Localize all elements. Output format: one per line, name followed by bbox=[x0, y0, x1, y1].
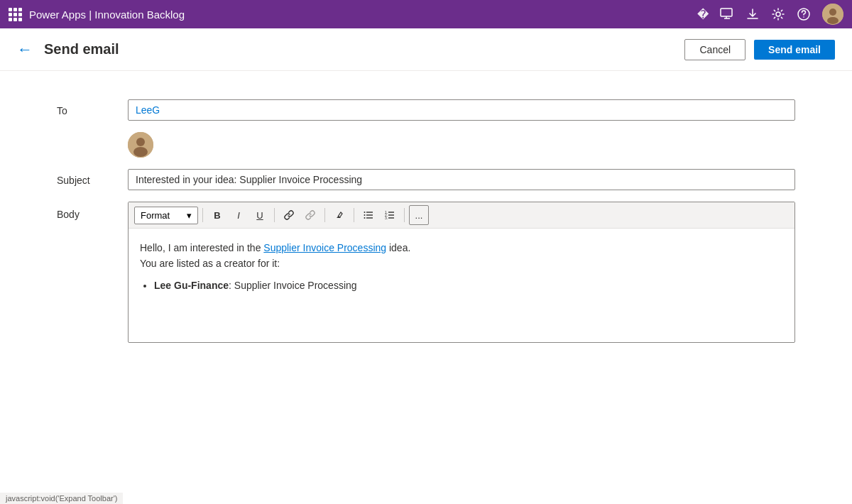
body-paragraph-2: You are listed as a creator for it: bbox=[140, 256, 783, 271]
editor-body-content[interactable]: Hello, I am interested in the Supplier I… bbox=[129, 229, 794, 342]
statusbar: javascript:void('Expand Toolbar') bbox=[0, 493, 123, 504]
recipient-avatar-row bbox=[128, 132, 795, 158]
monitor-icon[interactable] bbox=[720, 7, 734, 21]
toolbar-separator-4 bbox=[354, 208, 354, 222]
topnav-left: Power Apps | Innovation Backlog bbox=[9, 8, 185, 21]
cancel-button[interactable]: Cancel bbox=[684, 39, 746, 60]
svg-point-6 bbox=[827, 17, 839, 24]
bold-button[interactable]: B bbox=[207, 205, 227, 225]
email-body-editor: Format ▾ B I U bbox=[128, 202, 795, 343]
main-content: To Subject Body Format ▾ B I bbox=[0, 71, 852, 504]
page-header-left: ← Send email bbox=[17, 40, 119, 59]
svg-point-8 bbox=[136, 138, 145, 146]
body-text-2: idea. bbox=[386, 242, 410, 253]
body-paragraph-1: Hello, I am interested in the Supplier I… bbox=[140, 240, 783, 256]
svg-point-5 bbox=[829, 9, 836, 16]
send-email-button[interactable]: Send email bbox=[754, 40, 835, 60]
toolbar-separator-5 bbox=[404, 208, 405, 222]
body-list-rest: : Supplier Invoice Processing bbox=[229, 280, 357, 291]
help-icon[interactable] bbox=[797, 7, 811, 21]
link-button[interactable] bbox=[279, 205, 299, 225]
subject-label: Subject bbox=[57, 169, 128, 186]
top-navigation: Power Apps | Innovation Backlog � bbox=[0, 0, 852, 28]
page-header-actions: Cancel Send email bbox=[684, 39, 835, 60]
editor-toolbar: Format ▾ B I U bbox=[129, 202, 794, 229]
subject-row: Subject bbox=[57, 169, 795, 190]
topnav-right: � bbox=[697, 4, 843, 25]
svg-point-11 bbox=[364, 214, 366, 216]
toolbar-separator-1 bbox=[202, 208, 203, 222]
app-grid-icon[interactable] bbox=[9, 8, 22, 21]
to-label: To bbox=[57, 99, 128, 116]
toolbar-separator-2 bbox=[274, 208, 275, 222]
to-row: To bbox=[57, 99, 795, 121]
chevron-down-icon: ▾ bbox=[187, 210, 192, 221]
svg-point-9 bbox=[133, 147, 148, 157]
highlight-button[interactable] bbox=[329, 205, 349, 225]
body-list: Lee Gu-Finance: Supplier Invoice Process… bbox=[154, 278, 783, 293]
body-list-bold: Lee Gu-Finance bbox=[154, 280, 229, 291]
toolbar-separator-3 bbox=[324, 208, 325, 222]
italic-button[interactable]: I bbox=[229, 205, 248, 225]
topnav-title: Power Apps | Innovation Backlog bbox=[29, 9, 185, 21]
page-header: ← Send email Cancel Send email bbox=[0, 28, 852, 71]
unlink-button[interactable] bbox=[300, 205, 320, 225]
svg-text:3.: 3. bbox=[385, 216, 388, 220]
page-title: Send email bbox=[44, 41, 119, 57]
more-options-button[interactable]: ... bbox=[409, 205, 429, 225]
download-icon[interactable] bbox=[746, 7, 760, 21]
body-list-item: Lee Gu-Finance: Supplier Invoice Process… bbox=[154, 278, 783, 293]
body-text-1: Hello, I am interested in the bbox=[140, 242, 263, 253]
user-avatar[interactable] bbox=[822, 4, 843, 25]
svg-point-3 bbox=[803, 16, 804, 18]
settings-icon[interactable] bbox=[771, 7, 785, 21]
format-dropdown[interactable]: Format ▾ bbox=[134, 207, 198, 224]
subject-field-container bbox=[128, 169, 795, 190]
svg-rect-0 bbox=[721, 9, 732, 16]
ordered-list-button[interactable]: 1.2.3. bbox=[380, 205, 400, 225]
svg-point-12 bbox=[364, 217, 366, 219]
back-button[interactable]: ← bbox=[17, 40, 33, 59]
subject-input[interactable] bbox=[128, 169, 795, 190]
body-row: Body Format ▾ B I U bbox=[57, 202, 795, 343]
recipient-avatar bbox=[128, 132, 153, 158]
body-link[interactable]: Supplier Invoice Processing bbox=[263, 242, 386, 253]
body-label: Body bbox=[57, 202, 128, 220]
svg-point-10 bbox=[364, 212, 366, 213]
to-field-container bbox=[128, 99, 795, 121]
svg-point-1 bbox=[776, 12, 780, 16]
underline-button[interactable]: U bbox=[250, 205, 270, 225]
monitor-icon[interactable]: � bbox=[697, 8, 709, 21]
to-input[interactable] bbox=[128, 99, 795, 121]
unordered-list-button[interactable] bbox=[359, 205, 378, 225]
